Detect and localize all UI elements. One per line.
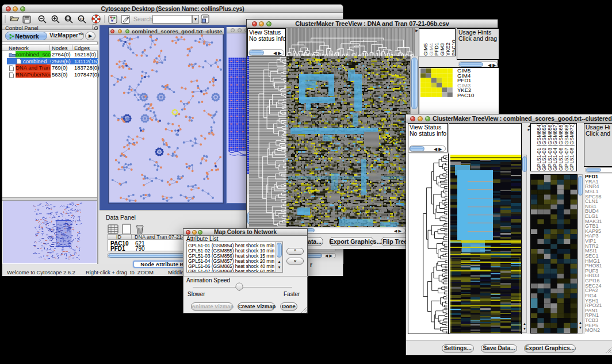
svg-text:1:1: 1:1 [79,17,84,21]
